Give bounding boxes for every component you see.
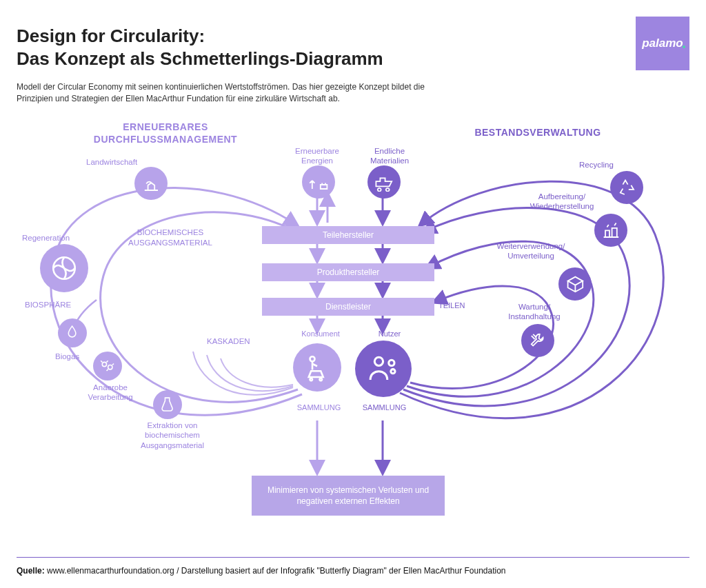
flow-arcs — [0, 117, 706, 534]
regeneration-label: Regeneration — [22, 233, 70, 243]
biosphere-label: BIOSPHÄRE — [25, 300, 71, 310]
finite-materials-label: Endliche Materialien — [359, 146, 421, 166]
maintain-label: Wartung/ Instandhaltung — [496, 302, 572, 322]
renewable-energy-label: Erneuerbare Energien — [286, 146, 348, 166]
title-line1: Design for Circularity: — [17, 26, 205, 46]
footer-label: Quelle: — [17, 566, 45, 576]
consumer-label: Konsument — [296, 330, 345, 338]
section-left-label: ERNEUERBARES DURCHFLUSSMANAGEMENT — [90, 121, 241, 145]
svg-point-12 — [375, 358, 383, 366]
redistribute-label: Weiterverwendung/ Umverteilung — [483, 241, 579, 261]
biogas-icon — [58, 318, 87, 347]
stage-product-manufacturer: Produkthersteller — [262, 263, 434, 281]
user-collection-label: SAMMLUNG — [359, 403, 410, 412]
user-label: Nutzer — [369, 330, 410, 338]
anaerobic-icon — [93, 352, 122, 381]
stage-parts-manufacturer: Teilehersteller — [262, 226, 434, 244]
svg-point-11 — [310, 356, 315, 361]
anaerobic-label: Anaerobe Verarbeitung — [79, 383, 141, 403]
user-icon — [355, 341, 412, 397]
renewable-energy-icon — [302, 165, 335, 199]
svg-point-16 — [103, 363, 107, 367]
svg-point-13 — [389, 361, 394, 366]
title-line2: Das Konzept als Schmetterlings-Diagramm — [17, 48, 383, 69]
footer-divider — [17, 557, 689, 558]
consumer-collection-label: SAMMLUNG — [293, 403, 345, 412]
recycling-label: Recycling — [579, 160, 614, 170]
refurbish-label: Aufbereitung/ Wiederherstellung — [517, 192, 607, 212]
extraction-icon — [153, 390, 182, 419]
extraction-label: Extraktion von biochemischem Ausgangsmat… — [128, 420, 217, 450]
refurbish-icon — [594, 214, 627, 247]
section-right-label: BESTANDSVERWALTUNG — [469, 127, 607, 139]
footer-text: www.ellenmacarthurfoundation.org / Darst… — [45, 566, 506, 576]
butterfly-diagram: ERNEUERBARES DURCHFLUSSMANAGEMENT BESTAN… — [0, 117, 706, 534]
agriculture-label: Landwirtschaft — [86, 157, 137, 167]
finite-materials-icon — [367, 165, 401, 199]
regeneration-icon — [40, 244, 88, 292]
page-subtitle: Modell der Circular Economy mit seinen k… — [17, 81, 444, 105]
brand-text: palamo — [642, 37, 683, 50]
minimize-losses-box: Minimieren von systemischen Verlusten un… — [252, 476, 445, 516]
biogas-label: Biogas — [55, 352, 79, 361]
svg-point-17 — [108, 365, 112, 369]
redistribute-icon — [558, 267, 592, 301]
brand-logo: palamo — [636, 17, 689, 70]
consumer-icon — [293, 343, 341, 392]
footer-source: Quelle: www.ellenmacarthurfoundation.org… — [17, 566, 506, 576]
share-label: TEILEN — [438, 301, 465, 310]
recycling-icon — [610, 171, 643, 204]
page-title: Design for Circularity: Das Konzept als … — [17, 25, 383, 70]
stage-service-provider: Dienstleister — [262, 298, 434, 316]
maintain-icon — [521, 324, 554, 357]
cascades-label: KASKADEN — [207, 336, 250, 346]
biochem-feedstock-label: BIOCHEMISCHES AUSGANGSMATERIAL — [119, 227, 222, 248]
svg-point-14 — [391, 369, 395, 374]
agriculture-icon — [134, 167, 168, 200]
